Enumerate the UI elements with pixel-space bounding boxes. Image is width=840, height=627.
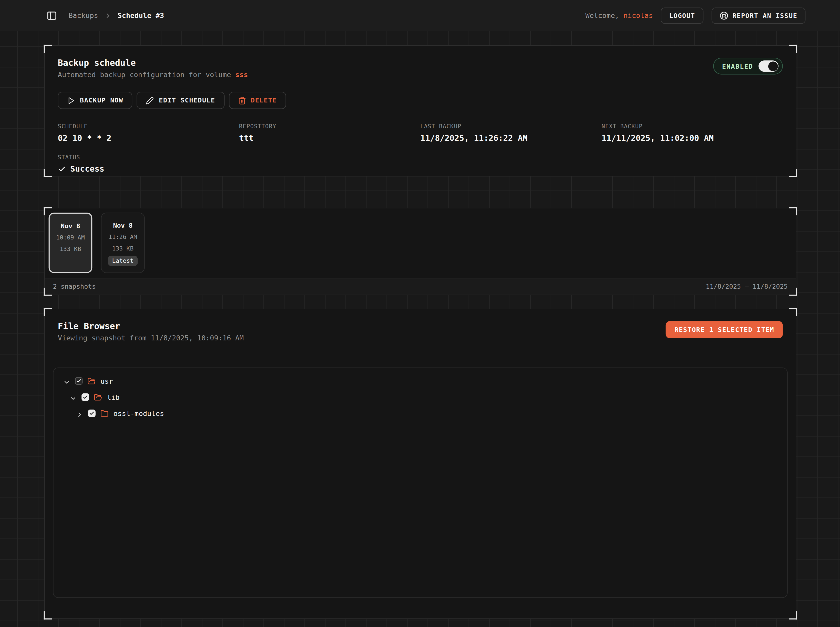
snapshot-count: 2 snapshots [53, 283, 96, 290]
tree-row-lib[interactable]: lib [54, 389, 787, 405]
schedule-panel-subtitle: Automated backup configuration for volum… [58, 71, 248, 79]
username: nicolas [624, 11, 653, 19]
tree-item-label: usr [101, 377, 113, 385]
panel-heading: File Browser Viewing snapshot from 11/8/… [58, 321, 244, 342]
field-value: 02 10 * * 2 [58, 133, 239, 143]
welcome-text: Welcome, nicolas [585, 11, 653, 19]
backup-now-button[interactable]: BACKUP NOW [58, 92, 132, 109]
backup-now-label: BACKUP NOW [80, 96, 123, 104]
field-value: ttt [239, 133, 420, 143]
trash-icon [238, 96, 246, 104]
edit-schedule-label: EDIT SCHEDULE [159, 96, 215, 104]
welcome-prefix: Welcome, [585, 11, 623, 19]
top-bar-right: Welcome, nicolas LOGOUT REPORT AN ISSUE [585, 7, 805, 23]
breadcrumb: Backups Schedule #3 [69, 11, 164, 19]
switch-knob [768, 61, 778, 71]
tree-row-ossl-modules[interactable]: ossl-modules [54, 405, 787, 421]
corner-bracket [789, 611, 797, 619]
file-tree: usr lib [53, 367, 788, 598]
restore-button[interactable]: RESTORE 1 SELECTED ITEM [666, 321, 783, 338]
folder-open-icon [87, 377, 96, 385]
chevron-down-icon[interactable] [70, 394, 77, 400]
chevron-down-icon[interactable] [63, 378, 70, 384]
folder-icon [101, 409, 109, 417]
file-browser-title: File Browser [58, 321, 244, 331]
field-label: LAST BACKUP [420, 123, 602, 129]
checkbox-checked[interactable] [75, 377, 82, 385]
enabled-switch[interactable] [758, 60, 778, 72]
sidebar-toggle-icon[interactable] [46, 10, 57, 21]
status-text: Success [70, 164, 104, 174]
tree-row-usr[interactable]: usr [54, 373, 787, 389]
report-issue-button[interactable]: REPORT AN ISSUE [711, 7, 805, 23]
chevron-right-icon[interactable] [76, 410, 83, 417]
chevron-right-icon [104, 11, 112, 19]
latest-badge: Latest [108, 256, 138, 266]
field-label: REPOSITORY [239, 123, 420, 129]
schedule-fields: SCHEDULE 02 10 * * 2 REPOSITORY ttt LAST… [45, 109, 796, 143]
breadcrumb-backups[interactable]: Backups [69, 11, 98, 19]
snapshot-date-range: 11/8/2025 – 11/8/2025 [706, 283, 788, 290]
schedule-panel-title: Backup schedule [58, 58, 248, 68]
play-icon [67, 96, 75, 104]
field-repository: REPOSITORY ttt [239, 123, 420, 143]
tree-item-label: lib [107, 393, 119, 401]
field-status: STATUS Success [45, 143, 796, 174]
logout-label: LOGOUT [669, 11, 695, 19]
status-value: Success [58, 164, 783, 174]
snapshot-time: 11:26 AM [108, 233, 137, 241]
check-icon [58, 165, 66, 173]
breadcrumb-current: Schedule #3 [118, 11, 164, 19]
checkbox-checked[interactable] [88, 410, 95, 417]
snapshot-date: Nov 8 [61, 222, 80, 230]
delete-button[interactable]: DELETE [229, 92, 286, 109]
corner-bracket [44, 611, 52, 619]
snapshot-timeline-panel: Nov 8 10:09 AM 133 KB Nov 8 11:26 AM 133… [44, 208, 796, 295]
subtitle-prefix: Automated backup configuration for volum… [58, 71, 235, 79]
snapshot-date: Nov 8 [113, 222, 133, 229]
panel-heading: Backup schedule Automated backup configu… [58, 58, 248, 79]
checkbox-checked[interactable] [82, 394, 89, 401]
file-browser-panel: File Browser Viewing snapshot from 11/8/… [44, 309, 796, 619]
main-canvas: Backup schedule Automated backup configu… [0, 31, 840, 627]
status-label: STATUS [58, 154, 783, 160]
folder-open-icon [94, 393, 102, 401]
report-issue-label: REPORT AN ISSUE [733, 11, 797, 19]
field-next-backup: NEXT BACKUP 11/11/2025, 11:02:00 AM [602, 123, 783, 143]
file-browser-subtitle: Viewing snapshot from 11/8/2025, 10:09:1… [58, 334, 244, 342]
volume-name: sss [235, 71, 248, 79]
tree-item-label: ossl-modules [113, 409, 164, 417]
snapshot-card-selected[interactable]: Nov 8 10:09 AM 133 KB [49, 213, 93, 273]
life-buoy-icon [720, 11, 728, 20]
field-value: 11/11/2025, 11:02:00 AM [602, 133, 783, 143]
snapshot-size: 133 KB [112, 245, 134, 252]
backup-schedule-panel: Backup schedule Automated backup configu… [44, 45, 796, 176]
snapshot-card[interactable]: Nov 8 11:26 AM 133 KB Latest [101, 213, 145, 273]
field-label: NEXT BACKUP [602, 123, 783, 129]
timeline-footer-bar: 2 snapshots 11/8/2025 – 11/8/2025 [45, 278, 796, 295]
pencil-icon [146, 96, 154, 104]
top-bar: Backups Schedule #3 Welcome, nicolas LOG… [0, 0, 840, 31]
field-label: SCHEDULE [58, 123, 239, 129]
edit-schedule-button[interactable]: EDIT SCHEDULE [137, 92, 224, 109]
screen: Backups Schedule #3 Welcome, nicolas LOG… [0, 0, 840, 627]
enabled-label: ENABLED [722, 62, 753, 70]
schedule-actions: BACKUP NOW EDIT SCHEDULE DELETE [45, 79, 796, 109]
field-value: 11/8/2025, 11:26:22 AM [420, 133, 602, 143]
snapshot-size: 133 KB [60, 246, 81, 252]
snapshot-cards: Nov 8 10:09 AM 133 KB Nov 8 11:26 AM 133… [45, 208, 796, 273]
field-schedule: SCHEDULE 02 10 * * 2 [58, 123, 239, 143]
logout-button[interactable]: LOGOUT [661, 7, 703, 23]
field-last-backup: LAST BACKUP 11/8/2025, 11:26:22 AM [420, 123, 602, 143]
enabled-toggle-pill[interactable]: ENABLED [714, 58, 783, 74]
app-window: Backups Schedule #3 Welcome, nicolas LOG… [0, 0, 840, 627]
delete-label: DELETE [251, 96, 277, 104]
snapshot-time: 10:09 AM [56, 234, 85, 241]
